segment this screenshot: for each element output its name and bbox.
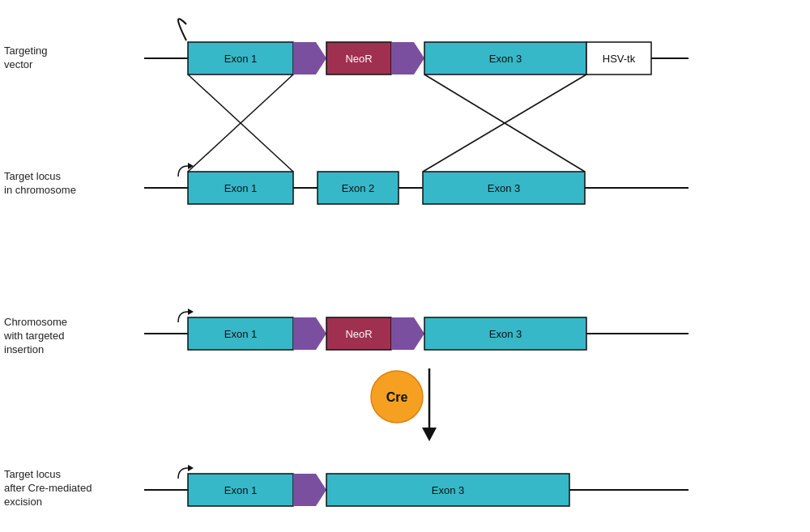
target-locus-after-label: Target locusafter Cre-mediatedexcision	[4, 468, 92, 509]
cl-exon3-label: Exon 3	[488, 182, 520, 194]
tv-neor-label: NeoR	[345, 53, 372, 65]
ti-neor-label: NeoR	[345, 328, 372, 340]
chromosome-targeted-label: Chromosome with targeted insertion	[4, 316, 67, 357]
ex-exon3-label: Exon 3	[432, 484, 464, 496]
cl-exon2-label: Exon 2	[342, 182, 374, 194]
tv-loxp-right	[391, 42, 424, 74]
ex-exon1-label: Exon 1	[224, 484, 257, 496]
tv-exon1-label: Exon 1	[224, 53, 257, 65]
diagram: Exon 1 NeoR Exon 3 HSV-tk Exon 1 Exon 2 …	[0, 0, 810, 532]
targeting-vector-label: Targeting vector	[4, 45, 47, 72]
tv-exon3-label: Exon 3	[489, 53, 522, 65]
cre-label: Cre	[386, 390, 408, 404]
ti-exon3-label: Exon 3	[489, 328, 522, 340]
ex-loxp	[293, 474, 326, 506]
ti-exon1-label: Exon 1	[224, 328, 257, 340]
cre-arrow	[422, 428, 437, 441]
cl-exon1-label: Exon 1	[224, 182, 257, 194]
ti-loxp	[293, 317, 326, 350]
svg-marker-12	[188, 465, 194, 471]
svg-marker-9	[188, 309, 194, 315]
target-locus-label: Target locusin chromosome	[4, 170, 76, 198]
tv-hsvtk-label: HSV-tk	[603, 53, 636, 65]
main-svg: Exon 1 NeoR Exon 3 HSV-tk Exon 1 Exon 2 …	[0, 0, 810, 532]
tv-loxp-left	[293, 42, 326, 74]
ti-loxp-right	[391, 317, 424, 350]
